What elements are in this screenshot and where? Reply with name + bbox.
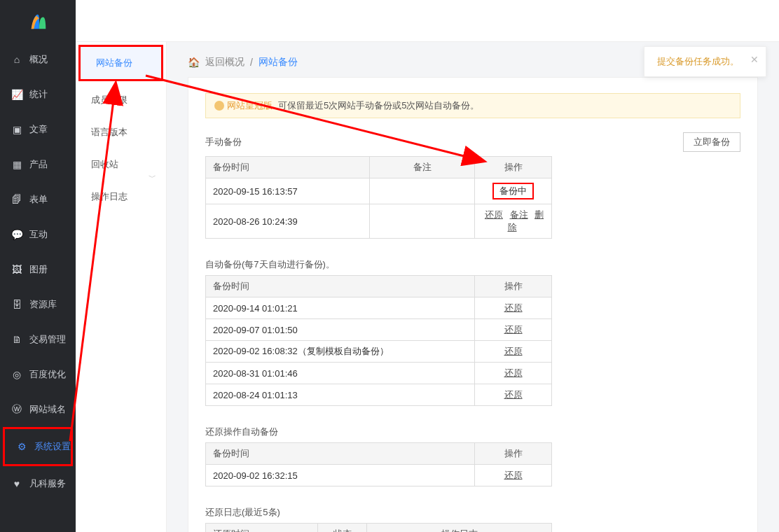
left-sidebar: ⌂概况 📈统计 ▣文章 ▦产品 🗐表单 💬互动 🖼图册 🗄资源库 🗎交易管理 ◎… (0, 0, 76, 532)
image-icon: 🖼 (11, 264, 22, 275)
nav-label: 交易管理 (29, 333, 66, 346)
db-icon: 🗄 (11, 299, 22, 310)
table-row: 2020-09-02 16:08:32（复制模板自动备份）还原 (206, 341, 552, 363)
cell-time: 2020-09-02 16:32:15 (206, 465, 475, 486)
subnav-recycle[interactable]: 回收站﹀ (76, 148, 166, 181)
restore-auto-title: 还原操作自动备份 (205, 426, 740, 438)
subnav-oplog[interactable]: 操作日志 (76, 181, 166, 213)
col-op: 操作 (475, 157, 552, 178)
nav-interact[interactable]: 💬互动 (0, 217, 76, 252)
col-time: 还原时间 (206, 524, 318, 533)
nav-label: 网站域名 (29, 403, 66, 416)
table-header: 还原时间 状态 操作日志 (206, 524, 552, 533)
cell-time: 2020-09-02 16:08:32（复制模板自动备份） (206, 341, 475, 363)
nav-label: 百度优化 (29, 368, 66, 381)
top-bar (76, 0, 779, 42)
restore-auto-table: 备份时间 操作 2020-09-02 16:32:15还原 (205, 442, 552, 486)
tip-bar: 网站皇冠版 可保留最近5次网站手动备份或5次网站自动备份。 (205, 93, 740, 118)
web-icon: ⓦ (11, 403, 22, 416)
restore-link[interactable]: 还原 (504, 302, 523, 313)
chat-icon: 💬 (11, 229, 22, 240)
tip-badge: 网站皇冠版 (214, 99, 273, 112)
nav-label: 概况 (29, 53, 48, 66)
baidu-icon: ◎ (11, 369, 22, 380)
chart-icon: 📈 (11, 89, 22, 100)
restore-link[interactable]: 还原 (504, 346, 523, 356)
table-row: 2020-09-07 01:01:50还原 (206, 319, 552, 341)
cell-op: 备份中 (475, 178, 552, 204)
col-note: 备注 (370, 157, 475, 178)
table-row: 2020-09-02 16:32:15还原 (206, 465, 552, 486)
subnav-member[interactable]: 成员权限 (76, 84, 166, 116)
cell-time: 2020-09-15 16:13:57 (206, 178, 370, 204)
breadcrumb-sep: / (250, 57, 253, 68)
cell-time: 2020-09-14 01:01:21 (206, 298, 475, 319)
nav-gallery[interactable]: 🖼图册 (0, 252, 76, 287)
annotation-highlight: 网站备份 (78, 45, 163, 81)
doc-icon: ▣ (11, 124, 22, 135)
manual-backup-table: 备份时间 备注 操作 2020-09-15 16:13:57 备份中 2020-… (205, 156, 552, 239)
heart-icon: ♥ (11, 478, 22, 489)
cell-op: 还原 备注 删除 (475, 204, 552, 239)
auto-backup-table: 备份时间 操作 2020-09-14 01:01:21还原 2020-09-07… (205, 275, 552, 406)
home-icon: 🏠 (188, 57, 200, 68)
nav-overview[interactable]: ⌂概况 (0, 42, 76, 77)
nav-product[interactable]: ▦产品 (0, 147, 76, 182)
trade-icon: 🗎 (11, 334, 22, 345)
secondary-sidebar: 网站备份 成员权限 语言版本 回收站﹀ 操作日志 (76, 42, 167, 532)
restore-log-title: 还原日志(最近5条) (205, 506, 740, 519)
restore-link[interactable]: 还原 (504, 368, 523, 378)
nav-stats[interactable]: 📈统计 (0, 77, 76, 112)
table-row: 2020-08-24 01:01:13还原 (206, 384, 552, 406)
nav-resource[interactable]: 🗄资源库 (0, 287, 76, 322)
restore-link[interactable]: 还原 (504, 389, 523, 400)
home-icon: ⌂ (11, 54, 22, 65)
auto-backup-title: 自动备份(每7天自动进行备份)。 (205, 258, 740, 271)
nav-form[interactable]: 🗐表单 (0, 182, 76, 217)
nav-baidu[interactable]: ◎百度优化 (0, 357, 76, 392)
status-in-progress: 备份中 (492, 183, 534, 200)
auto-backup-section: 自动备份(每7天自动进行备份)。 备份时间 操作 2020-09-14 01:0… (205, 258, 740, 406)
nav-article[interactable]: ▣文章 (0, 112, 76, 147)
nav-label: 资源库 (29, 298, 57, 311)
restore-link[interactable]: 还原 (504, 324, 523, 335)
tip-badge-text: 网站皇冠版 (227, 99, 273, 112)
restore-auto-section: 还原操作自动备份 备份时间 操作 2020-09-02 16:32:15还原 (205, 426, 740, 486)
table-row: 2020-08-31 01:01:46还原 (206, 363, 552, 384)
form-icon: 🗐 (11, 194, 22, 205)
gear-icon: ⚙ (16, 441, 27, 452)
nav-label: 凡科服务 (29, 477, 66, 490)
cell-note (370, 204, 475, 239)
restore-link[interactable]: 还原 (485, 209, 503, 220)
nav-label: 表单 (29, 193, 48, 206)
subnav-backup[interactable]: 网站备份 (81, 47, 161, 79)
logo (0, 0, 76, 42)
nav-label: 文章 (29, 123, 48, 136)
breadcrumb-back[interactable]: 返回概况 (205, 56, 244, 69)
manual-backup-section: 手动备份 立即备份 备份时间 备注 操作 2020-09-15 16:13:57… (205, 132, 740, 239)
backup-now-button[interactable]: 立即备份 (683, 132, 740, 152)
breadcrumb-current: 网站备份 (258, 56, 298, 69)
subnav-label: 回收站 (91, 159, 118, 169)
table-row: 2020-09-14 01:01:21还原 (206, 298, 552, 319)
nav-settings[interactable]: ⚙系统设置 (5, 429, 71, 464)
table-row: 2020-08-26 10:24:39 还原 备注 删除 (206, 204, 552, 239)
logo-icon (27, 10, 48, 31)
content-panel: 网站皇冠版 可保留最近5次网站手动备份或5次网站自动备份。 手动备份 立即备份 … (188, 77, 758, 532)
cell-note (370, 178, 475, 204)
col-op: 操作 (475, 276, 552, 298)
note-link[interactable]: 备注 (510, 209, 528, 220)
nav-domain[interactable]: ⓦ网站域名 (0, 392, 76, 427)
restore-link[interactable]: 还原 (504, 470, 523, 480)
main-area: 🏠 返回概况 / 网站备份 网站皇冠版 可保留最近5次网站手动备份或5次网站自动… (167, 42, 779, 532)
table-header: 备份时间 操作 (206, 276, 552, 298)
cell-time: 2020-09-07 01:01:50 (206, 319, 475, 341)
close-icon[interactable]: ✕ (750, 54, 759, 65)
crown-icon (214, 101, 224, 111)
nav-service[interactable]: ♥凡科服务 (0, 466, 76, 501)
nav-trade[interactable]: 🗎交易管理 (0, 322, 76, 357)
col-op: 操作 (475, 443, 552, 465)
manual-backup-title: 手动备份 (205, 136, 242, 148)
subnav-language[interactable]: 语言版本 (76, 116, 166, 148)
col-time: 备份时间 (206, 157, 370, 178)
